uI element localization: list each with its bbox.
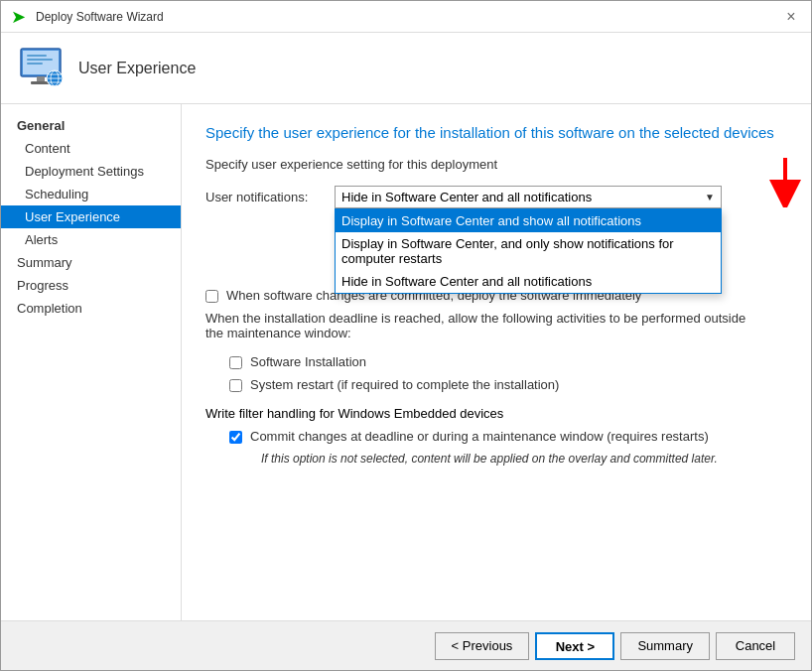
svg-rect-4 (27, 63, 43, 65)
dropdown-option-2[interactable]: Hide in Software Center and all notifica… (336, 270, 721, 293)
sidebar-item-general[interactable]: General (1, 114, 181, 137)
sidebar-item-deployment-settings[interactable]: Deployment Settings (1, 160, 181, 183)
software-installation-checkbox[interactable] (229, 356, 242, 369)
system-restart-row: System restart (if required to complete … (205, 377, 787, 392)
dropdown-trigger[interactable]: Hide in Software Center and all notifica… (335, 186, 722, 208)
sidebar-item-summary[interactable]: Summary (1, 251, 181, 274)
sidebar-item-user-experience[interactable]: User Experience (1, 205, 181, 228)
system-restart-checkbox[interactable] (229, 379, 242, 392)
wizard-arrow-icon: ➤ (11, 6, 26, 28)
user-notifications-row: User notifications: Hide in Software Cen… (205, 186, 787, 208)
summary-button[interactable]: Summary (620, 632, 710, 660)
title-bar: ➤ Deploy Software Wizard × (1, 1, 811, 33)
commit-changes-checkbox[interactable] (229, 431, 242, 444)
red-arrow-indicator (765, 158, 805, 210)
when-software-checkbox[interactable] (205, 290, 218, 303)
write-filter-header: Write filter handling for Windows Embedd… (205, 406, 787, 421)
user-notifications-label: User notifications: (205, 190, 335, 204)
commit-changes-row: Commit changes at deadline or during a m… (205, 429, 787, 444)
cancel-button[interactable]: Cancel (716, 632, 795, 660)
close-button[interactable]: × (781, 7, 801, 27)
sidebar-item-scheduling[interactable]: Scheduling (1, 183, 181, 205)
section-desc: Specify user experience setting for this… (205, 157, 787, 172)
system-restart-label[interactable]: System restart (if required to complete … (250, 377, 559, 392)
dropdown-chevron-icon: ▼ (705, 192, 715, 202)
software-installation-row: Software Installation (205, 354, 787, 369)
main-content: General Content Deployment Settings Sche… (1, 104, 811, 620)
sidebar-item-content[interactable]: Content (1, 137, 181, 160)
software-installation-label[interactable]: Software Installation (250, 354, 366, 369)
content-title: Specify the user experience for the inst… (205, 124, 781, 141)
window-title: Deploy Software Wizard (36, 10, 164, 24)
previous-button[interactable]: < Previous (435, 632, 530, 660)
write-filter-label: Write filter handling for Windows Embedd… (205, 406, 503, 421)
overlay-notice: If this option is not selected, content … (237, 452, 787, 466)
footer: < Previous Next > Summary Cancel (1, 620, 811, 670)
sidebar-item-progress[interactable]: Progress (1, 274, 181, 297)
dropdown-option-0[interactable]: Display in Software Center and show all … (336, 209, 721, 232)
deadline-info: When the installation deadline is reache… (205, 311, 761, 340)
svg-rect-2 (27, 55, 47, 57)
header-title: User Experience (78, 60, 196, 77)
header-bar: User Experience (1, 33, 811, 104)
dropdown-option-1[interactable]: Display in Software Center, and only sho… (336, 232, 721, 270)
user-notifications-dropdown-wrapper: Hide in Software Center and all notifica… (335, 186, 722, 208)
content-area: Specify the user experience for the inst… (182, 104, 811, 620)
sidebar: General Content Deployment Settings Sche… (1, 104, 182, 620)
computer-icon (17, 45, 65, 92)
sidebar-item-completion[interactable]: Completion (1, 297, 181, 320)
dropdown-list: Display in Software Center and show all … (335, 208, 722, 294)
svg-rect-3 (27, 59, 53, 61)
title-bar-left: ➤ Deploy Software Wizard (11, 6, 164, 28)
next-button[interactable]: Next > (535, 632, 614, 660)
dropdown-current-value: Hide in Software Center and all notifica… (341, 190, 705, 204)
sidebar-item-alerts[interactable]: Alerts (1, 228, 181, 251)
commit-changes-label[interactable]: Commit changes at deadline or during a m… (250, 429, 709, 444)
wizard-window: ➤ Deploy Software Wizard × User Experien… (0, 0, 812, 671)
